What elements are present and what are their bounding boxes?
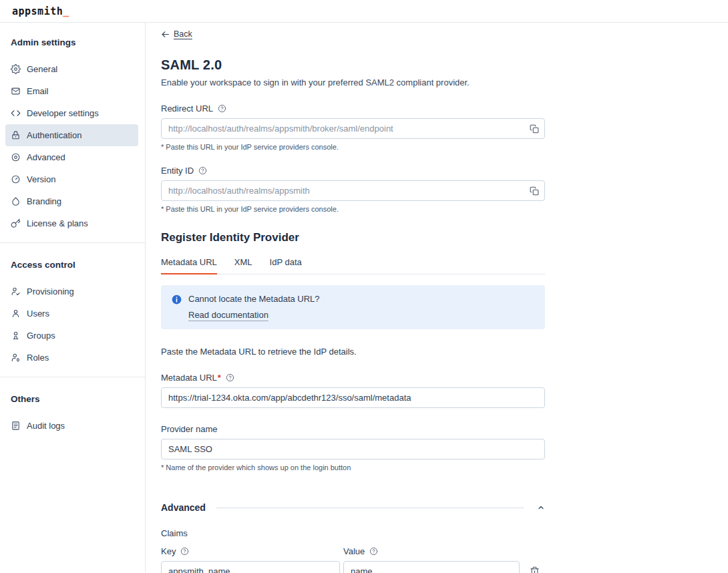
copy-button[interactable] [530, 124, 539, 134]
sidebar-item-advanced[interactable]: Advanced [5, 146, 138, 168]
sidebar-item-label: Email [27, 86, 49, 96]
appsmith-logo[interactable]: appsmith_ [12, 5, 69, 17]
claims-label: Claims [161, 528, 545, 538]
sidebar-item-label: Provisioning [27, 286, 74, 297]
sidebar-item-developer-settings[interactable]: Developer settings [5, 102, 138, 124]
gear-icon [11, 64, 21, 74]
copy-icon [530, 186, 539, 196]
sidebar-item-audit-logs[interactable]: Audit logs [5, 415, 138, 437]
sidebar-section-others: Others [0, 394, 145, 404]
register-idp-tabs: Metadata URL XML IdP data [161, 257, 545, 274]
tab-idp-data[interactable]: IdP data [270, 257, 302, 274]
sidebar-item-groups[interactable]: Groups [5, 325, 138, 347]
help-icon[interactable] [198, 166, 207, 175]
claim-key-label: Key [161, 546, 176, 556]
nut-icon [11, 152, 21, 162]
clock-icon [11, 174, 21, 184]
copy-button[interactable] [530, 186, 539, 196]
sidebar-item-label: License & plans [27, 218, 88, 228]
envelope-icon [11, 86, 21, 96]
sidebar-item-label: Advanced [27, 152, 65, 162]
sidebar-item-label: Audit logs [27, 421, 65, 431]
code-icon [11, 108, 21, 118]
sidebar-item-label: General [27, 64, 57, 74]
back-button[interactable]: Back [161, 29, 192, 39]
back-label: Back [174, 29, 192, 39]
tab-metadata-url[interactable]: Metadata URL [161, 257, 217, 274]
info-banner: Cannot locate the Metadata URL? Read doc… [161, 285, 545, 329]
sidebar-item-license-plans[interactable]: License & plans [5, 212, 138, 234]
sidebar-item-label: Authentication [27, 130, 81, 140]
metadata-instruction: Paste the Metadata URL to retrieve the I… [161, 347, 545, 357]
read-documentation-link[interactable]: Read documentation [188, 310, 268, 320]
delete-claim-button[interactable] [530, 566, 540, 573]
sidebar-item-label: Users [27, 309, 49, 319]
info-icon [172, 295, 182, 305]
admin-settings-sidebar: Admin settings General Email Developer s… [0, 23, 146, 572]
sidebar-item-provisioning[interactable]: Provisioning [5, 280, 138, 303]
metadata-url-input[interactable] [161, 387, 545, 408]
sidebar-item-label: Developer settings [27, 108, 99, 118]
sidebar-item-label: Roles [27, 353, 49, 363]
user-icon [11, 309, 21, 319]
sidebar-item-authentication[interactable]: Authentication [5, 124, 138, 146]
help-icon[interactable] [369, 547, 378, 556]
redirect-url-input[interactable] [161, 118, 545, 139]
sidebar-item-label: Branding [27, 196, 61, 206]
user-check-icon [11, 286, 21, 297]
key-icon [11, 218, 21, 228]
sidebar-item-label: Groups [27, 331, 55, 341]
advanced-title: Advanced [161, 502, 206, 513]
logo-underscore: _ [63, 5, 69, 17]
claim-value-label: Value [343, 546, 365, 556]
help-icon[interactable] [226, 373, 234, 382]
entity-id-input[interactable] [161, 180, 545, 201]
tab-xml[interactable]: XML [234, 257, 252, 274]
arrow-left-icon [161, 30, 170, 39]
sidebar-item-branding[interactable]: Branding [5, 190, 138, 212]
sidebar-item-version[interactable]: Version [5, 168, 138, 190]
banner-text: Cannot locate the Metadata URL? [188, 294, 320, 304]
claim-key-input[interactable] [161, 561, 340, 573]
document-lines-icon [11, 421, 21, 431]
lock-icon [11, 130, 21, 140]
page-subtitle: Enable your workspace to sign in with yo… [161, 77, 545, 87]
trash-icon [530, 566, 540, 573]
provider-name-label: Provider name [161, 424, 218, 434]
main-content: Back SAML 2.0 Enable your workspace to s… [146, 23, 728, 572]
sidebar-divider [0, 242, 145, 243]
required-asterisk: * [218, 373, 221, 383]
page-title: SAML 2.0 [161, 57, 545, 73]
sidebar-section-admin-settings: Admin settings [0, 37, 145, 47]
app-header: appsmith_ [0, 0, 728, 23]
register-idp-title: Register Identity Provider [161, 231, 545, 244]
redirect-url-label: Redirect URL [161, 104, 213, 114]
advanced-section-toggle[interactable]: Advanced [161, 502, 545, 513]
sidebar-item-email[interactable]: Email [5, 80, 138, 102]
sidebar-item-general[interactable]: General [5, 58, 138, 80]
redirect-url-helper: * Paste this URL in your IdP service pro… [161, 143, 545, 151]
sidebar-section-access-control: Access control [0, 260, 145, 270]
paint-drop-icon [11, 196, 21, 206]
sidebar-divider [0, 377, 145, 377]
provider-name-input[interactable] [161, 439, 545, 459]
help-icon[interactable] [218, 104, 226, 113]
help-icon[interactable] [180, 547, 189, 556]
copy-icon [530, 124, 539, 134]
claim-value-input[interactable] [343, 561, 520, 573]
provider-name-helper: * Name of the provider which shows up on… [161, 463, 545, 471]
advanced-divider [216, 508, 524, 508]
entity-id-label: Entity ID [161, 166, 194, 176]
claim-row [161, 561, 545, 573]
user-gear-icon [11, 353, 21, 363]
sidebar-item-roles[interactable]: Roles [5, 347, 138, 369]
entity-id-helper: * Paste this URL in your IdP service pro… [161, 205, 545, 213]
metadata-url-label: Metadata URL* [161, 373, 221, 383]
user-group-icon [11, 331, 21, 341]
sidebar-item-label: Version [27, 174, 55, 184]
sidebar-item-users[interactable]: Users [5, 303, 138, 325]
logo-text: appsmith [12, 5, 63, 17]
chevron-up-icon[interactable] [537, 504, 545, 512]
